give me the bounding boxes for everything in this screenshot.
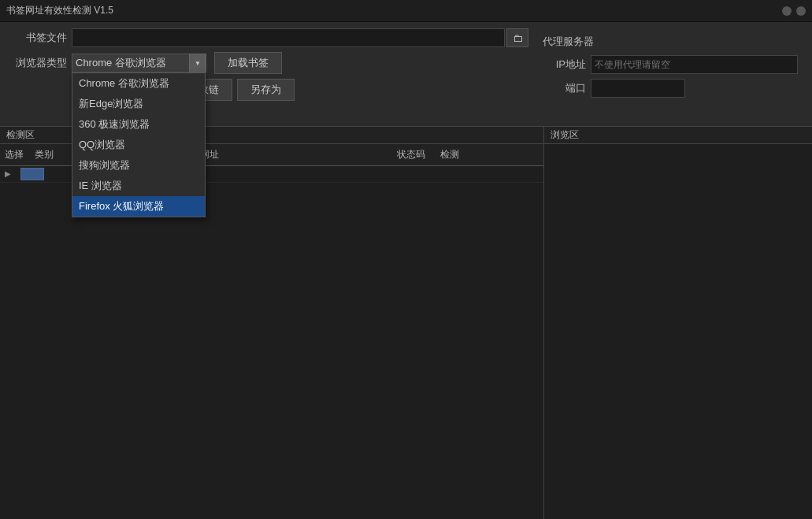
browser-label: 浏览器类型	[8, 56, 67, 70]
dropdown-item-360[interactable]: 360 极速浏览器	[72, 114, 205, 135]
app-title: 书签网址有效性检测 V1.5	[6, 4, 113, 17]
folder-icon: 🗀	[513, 32, 523, 44]
proxy-ip-row: IP地址	[543, 55, 798, 74]
proxy-port-input[interactable]	[591, 79, 685, 98]
proxy-port-label: 端口	[543, 81, 586, 95]
main-container: 书签文件 🗀 浏览器类型 Chrome 谷歌浏览器 ▼	[0, 22, 812, 519]
file-label: 书签文件	[8, 31, 67, 45]
col-header-detect: 检测	[436, 146, 475, 163]
dropdown-arrow-btn[interactable]: ▼	[189, 54, 206, 72]
dropdown-item-qq[interactable]: QQ浏览器	[72, 135, 205, 155]
browser-row: 浏览器类型 Chrome 谷歌浏览器 ▼ Chrome 谷歌浏览器 新Edge浏…	[8, 52, 528, 74]
chevron-down-icon: ▼	[195, 60, 201, 67]
proxy-title: 代理服务器	[543, 35, 798, 49]
browser-dropdown-wrapper: Chrome 谷歌浏览器 ▼ Chrome 谷歌浏览器 新Edge浏览器 360…	[72, 54, 206, 72]
maximize-btn[interactable]	[796, 6, 806, 16]
browse-area: 浏览区	[544, 127, 812, 519]
save-as-button[interactable]: 另存为	[237, 79, 295, 101]
play-icon: ▶	[5, 169, 14, 179]
col-header-status: 状态码	[392, 146, 436, 163]
browser-dropdown-menu: Chrome 谷歌浏览器 新Edge浏览器 360 极速浏览器 QQ浏览器 搜狗…	[72, 72, 206, 217]
file-input[interactable]	[72, 28, 505, 47]
dropdown-item-edge[interactable]: 新Edge浏览器	[72, 94, 205, 114]
right-panel: 代理服务器 IP地址 端口	[536, 28, 804, 109]
dropdown-control[interactable]: Chrome 谷歌浏览器 ▼	[72, 54, 206, 72]
col-header-type: 类别	[30, 146, 69, 163]
minimize-btn[interactable]	[782, 6, 792, 16]
proxy-ip-input[interactable]	[591, 55, 798, 74]
table-body: ▶	[0, 166, 543, 519]
dropdown-item-ie[interactable]: IE 浏览器	[72, 176, 205, 196]
browse-content	[544, 144, 812, 519]
top-area: 书签文件 🗀 浏览器类型 Chrome 谷歌浏览器 ▼	[0, 22, 812, 126]
dropdown-item-chrome[interactable]: Chrome 谷歌浏览器	[72, 73, 205, 94]
row-blue-indicator	[20, 168, 44, 180]
col-header-check: 选择	[0, 146, 30, 163]
title-bar: 书签网址有效性检测 V1.5	[0, 0, 812, 22]
left-panel: 书签文件 🗀 浏览器类型 Chrome 谷歌浏览器 ▼	[8, 28, 528, 120]
file-row: 书签文件 🗀	[8, 28, 528, 47]
dropdown-item-firefox[interactable]: Firefox 火狐浏览器	[72, 196, 205, 217]
selected-browser-text[interactable]: Chrome 谷歌浏览器	[72, 54, 190, 72]
row-checkbox-cell	[14, 168, 44, 180]
browse-area-header: 浏览区	[544, 127, 812, 144]
proxy-port-row: 端口	[543, 79, 798, 98]
browse-button[interactable]: 🗀	[506, 28, 528, 47]
proxy-ip-label: IP地址	[543, 57, 586, 72]
file-input-row: 🗀	[72, 28, 528, 47]
window-controls	[782, 6, 806, 16]
load-bookmark-button[interactable]: 加载书签	[214, 52, 282, 74]
col-header-url: 网址	[195, 146, 392, 163]
dropdown-item-sougou[interactable]: 搜狗浏览器	[72, 155, 205, 176]
proxy-section: 代理服务器 IP地址 端口	[536, 28, 804, 109]
